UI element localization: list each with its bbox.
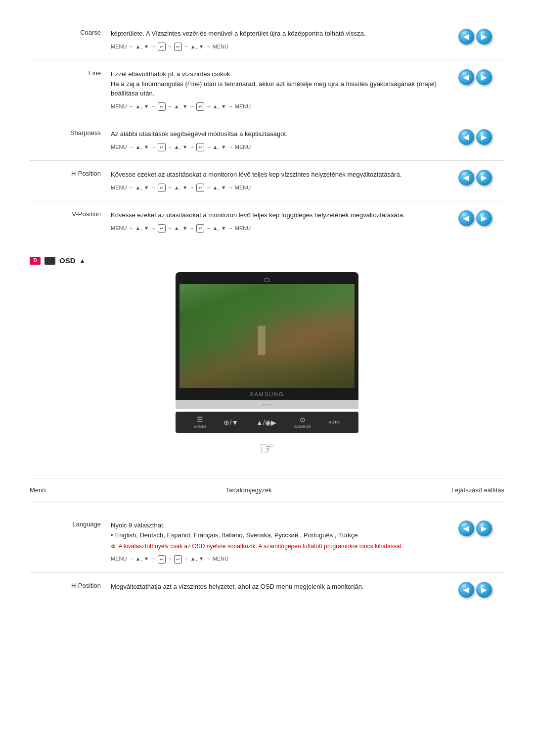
osd-title: OSD xyxy=(59,256,76,265)
row-label-4: V-Position xyxy=(30,201,106,242)
ctrl-menu[interactable]: ☰ MENU xyxy=(194,416,206,429)
row-desc-text-0: képterülete. A Vízszintes vezérlés menüv… xyxy=(111,29,441,39)
osd-d-icon: D xyxy=(30,257,41,265)
h-position-osd-row: H-Position Megváltoztathatja azt a vízsz… xyxy=(30,573,504,607)
row-icons-4: ◀ ▶ xyxy=(445,201,504,242)
settings-row-1: FineEzzel eltávolíthatók pl. a vízszinte… xyxy=(30,60,504,120)
row-menu-path-1: MENU → ▲, ▼ → ↵ → ▲, ▼ → ↵ → ▲, ▼ → MENU xyxy=(111,102,441,111)
btn-group-3: ◀ ▶ xyxy=(450,170,499,186)
row-menu-path-4: MENU → ▲, ▼ → ↵ → ▲, ▼ → ↵ → ▲, ▼ → MENU xyxy=(111,224,441,233)
nav-toc: Tartalomjegyzék xyxy=(225,486,272,494)
language-warning: ※ A kiválasztott nyelv csak az OSD nyelv… xyxy=(111,542,441,551)
h-position-osd-btn-next[interactable]: ▶ xyxy=(476,582,492,598)
language-row: Language Nyolc 9 választhat. • English, … xyxy=(30,512,504,572)
ctrl-source[interactable]: ⊙ SOURCE xyxy=(294,416,311,429)
btn-group-0: ◀ ▶ xyxy=(450,29,499,45)
language-table: Language Nyolc 9 választhat. • English, … xyxy=(30,512,504,607)
row-label-2: Sharpness xyxy=(30,120,106,161)
osd-triangle: ▲ xyxy=(80,257,86,264)
settings-row-2: SharpnessAz alábbi utasítások segítségév… xyxy=(30,120,504,161)
source-icon: ⊙ xyxy=(300,416,306,424)
btn-prev-3[interactable]: ◀ xyxy=(458,170,474,186)
h-position-osd-desc: Megváltoztathatja azt a vízszintes helyz… xyxy=(106,573,445,607)
monitor-dot xyxy=(265,278,269,282)
ctrl-auto[interactable]: AUTO xyxy=(329,420,340,425)
ctrl-adjust[interactable]: ⊕/▼ xyxy=(223,419,238,426)
btn-next-0[interactable]: ▶ xyxy=(476,29,492,45)
btn-group-4: ◀ ▶ xyxy=(450,210,499,226)
menu-icon: ☰ xyxy=(197,416,203,424)
row-desc-4: Kövesse ezeket az utasításokat a monitor… xyxy=(106,201,445,242)
row-desc-text-1: Ezzel eltávolíthatók pl. a vízszintes cs… xyxy=(111,69,441,98)
btn-group-2: ◀ ▶ xyxy=(450,129,499,145)
osd-header: D OSD ▲ xyxy=(30,256,504,265)
btn-prev-0[interactable]: ◀ xyxy=(458,29,474,45)
language-bullet: • English, Deutsch, Español, Français, I… xyxy=(111,530,441,540)
row-desc-0: képterülete. A Vízszintes vezérlés menüv… xyxy=(106,20,445,60)
language-desc: Nyolc 9 választhat. • English, Deutsch, … xyxy=(106,512,445,572)
row-desc-3: Kövesse ezeket az utasításokat a monitor… xyxy=(106,161,445,201)
row-menu-path-2: MENU → ▲, ▼ → ↵ → ▲, ▼ → ↵ → ▲, ▼ → MENU xyxy=(111,143,441,152)
settings-row-3: H-PositionKövesse ezeket az utasításokat… xyxy=(30,161,504,201)
row-icons-1: ◀ ▶ xyxy=(445,60,504,120)
row-desc-text-4: Kövesse ezeket az utasításokat a monitor… xyxy=(111,210,441,220)
btn-prev-2[interactable]: ◀ xyxy=(458,129,474,145)
language-warning-text: A kiválasztott nyelv csak az OSD nyelvre… xyxy=(119,543,403,550)
adjust-icon: ⊕/▼ xyxy=(223,419,238,426)
row-icons-0: ◀ ▶ xyxy=(445,20,504,60)
row-icons-3: ◀ ▶ xyxy=(445,161,504,201)
monitor-top-bar xyxy=(179,276,355,284)
btn-prev-1[interactable]: ◀ xyxy=(458,69,474,85)
nav-icon: ▲/◉▶ xyxy=(256,419,276,426)
btn-group-1: ◀ ▶ xyxy=(450,69,499,85)
ctrl-nav[interactable]: ▲/◉▶ xyxy=(256,419,276,426)
language-label: Language xyxy=(30,512,106,572)
row-desc-2: Az alábbi utasítások segítségével módosí… xyxy=(106,120,445,161)
monitor-screen xyxy=(179,284,355,388)
btn-next-2[interactable]: ▶ xyxy=(476,129,492,145)
row-menu-path-3: MENU → ▲, ▼ → ↵ → ▲, ▼ → ↵ → ▲, ▼ → MENU xyxy=(111,184,441,192)
btn-next-1[interactable]: ▶ xyxy=(476,69,492,85)
language-btn-next[interactable]: ▶ xyxy=(476,520,492,536)
row-icons-2: ◀ ▶ xyxy=(445,120,504,161)
hand-cursor-icon: ☞ xyxy=(259,438,275,459)
settings-table: Coarseképterülete. A Vízszintes vezérlés… xyxy=(30,20,504,241)
row-desc-1: Ezzel eltávolíthatók pl. a vízszintes cs… xyxy=(106,60,445,120)
row-desc-text-3: Kövesse ezeket az utasításokat a monitor… xyxy=(111,170,441,180)
monitor-stand xyxy=(176,400,358,409)
h-position-osd-btn-prev[interactable]: ◀ xyxy=(458,582,474,598)
samsung-logo: SAMSUNG xyxy=(250,391,284,397)
settings-row-0: Coarseképterülete. A Vízszintes vezérlés… xyxy=(30,20,504,60)
btn-prev-4[interactable]: ◀ xyxy=(458,210,474,226)
language-icons: ◀ ▶ xyxy=(445,512,504,572)
page-nav: Menü Tartalomjegyzék Lejátszás/Leállítás xyxy=(30,478,504,502)
btn-next-4[interactable]: ▶ xyxy=(476,210,492,226)
language-intro: Nyolc 9 választhat. xyxy=(111,520,441,530)
h-position-osd-icons: ◀ ▶ xyxy=(445,573,504,607)
monitor-bottom-bar: SAMSUNG xyxy=(179,388,355,400)
btn-next-3[interactable]: ▶ xyxy=(476,170,492,186)
monitor-outer: SAMSUNG xyxy=(176,272,358,400)
monitor-area: SAMSUNG ☰ MENU ⊕/▼ ▲/◉▶ ⊙ SOURCE AUTO ☞ xyxy=(30,272,504,469)
control-bar: ☰ MENU ⊕/▼ ▲/◉▶ ⊙ SOURCE AUTO xyxy=(176,412,358,433)
row-label-0: Coarse xyxy=(30,20,106,60)
nav-menu: Menü xyxy=(30,486,46,494)
language-btn-prev[interactable]: ◀ xyxy=(458,520,474,536)
row-label-3: H-Position xyxy=(30,161,106,201)
settings-row-4: V-PositionKövesse ezeket az utasításokat… xyxy=(30,201,504,242)
h-position-osd-label: H-Position xyxy=(30,573,106,607)
language-list: English, Deutsch, Español, Français, Ita… xyxy=(115,530,358,540)
monitor-stand-dots xyxy=(263,404,271,406)
nav-play: Lejátszás/Leállítás xyxy=(451,486,504,494)
language-btn-group: ◀ ▶ xyxy=(450,520,499,536)
osd-rect-icon xyxy=(44,257,55,265)
row-desc-text-2: Az alábbi utasítások segítségével módosí… xyxy=(111,129,441,139)
h-position-osd-btn-group: ◀ ▶ xyxy=(450,582,499,598)
row-menu-path-0: MENU → ▲, ▼ → ↵ → ↵ → ▲, ▼ → MENU xyxy=(111,43,441,51)
row-label-1: Fine xyxy=(30,60,106,120)
language-menu-path: MENU → ▲, ▼ → ↵ → ↵ → ▲, ▼ → MENU xyxy=(111,555,441,564)
